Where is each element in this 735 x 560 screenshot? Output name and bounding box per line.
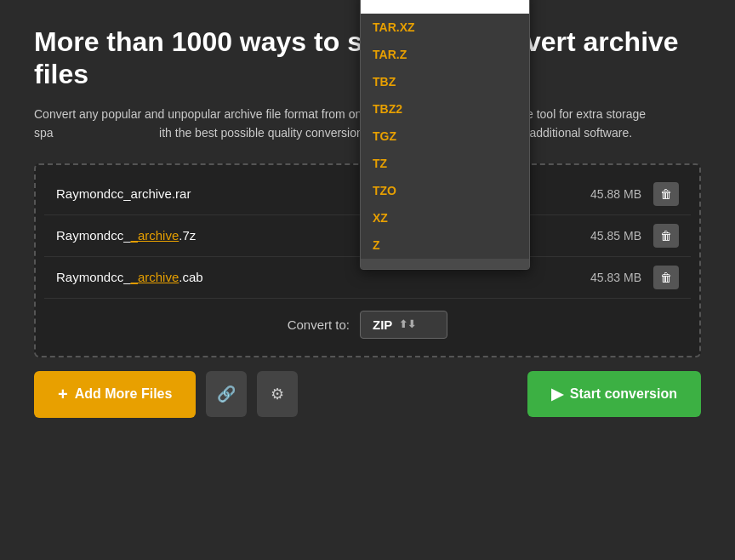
dropdown-item-tbz2[interactable]: TBZ2 xyxy=(361,95,529,123)
dropdown-item-xz[interactable]: XZ xyxy=(361,204,529,231)
convert-select-display[interactable]: ZIP ⬆⬇ xyxy=(360,311,447,339)
start-label: Start conversion xyxy=(570,386,677,402)
cursor-icon: ☞ xyxy=(401,266,416,269)
format-dropdown[interactable]: TAR.XZ TAR.Z TBZ TBZ2 TGZ TZ TZO XZ Z ZI… xyxy=(360,0,530,270)
file-list-container: Raymondcc_archive.rar 45.88 MB 🗑 Raymond… xyxy=(34,163,701,357)
plus-icon: + xyxy=(58,385,68,404)
play-icon: ▶ xyxy=(551,385,563,403)
dropdown-item-zip[interactable]: ZIP ☞ xyxy=(361,259,529,269)
file-name: Raymondcc__archive.7z xyxy=(56,228,196,243)
description-highlight xyxy=(56,126,156,140)
selected-format: ZIP xyxy=(373,317,392,332)
bottom-toolbar: + Add More Files 🔗 ⚙ ▶ Start conversion xyxy=(34,371,701,418)
dropdown-item-z[interactable]: Z xyxy=(361,231,529,259)
chevron-down-icon: ⬆⬇ xyxy=(399,318,416,330)
dropdown-item-tar-z[interactable]: TAR.Z xyxy=(361,41,529,68)
dropdown-list: TAR.XZ TAR.Z TBZ TBZ2 TGZ TZ TZO XZ Z ZI… xyxy=(361,14,529,269)
file-right: 45.88 MB 🗑 xyxy=(590,182,679,206)
file-size: 45.85 MB xyxy=(590,229,641,243)
settings-button[interactable]: ⚙ xyxy=(257,371,298,417)
link-icon: 🔗 xyxy=(217,385,236,403)
page-description: Convert any popular and unpopular archiv… xyxy=(34,105,647,143)
dropdown-item-tgz[interactable]: TGZ xyxy=(361,123,529,150)
start-conversion-button[interactable]: ▶ Start conversion xyxy=(527,371,701,417)
gear-icon: ⚙ xyxy=(271,385,284,403)
add-more-files-button[interactable]: + Add More Files xyxy=(34,371,196,418)
delete-file-button[interactable]: 🗑 xyxy=(653,266,679,289)
dropdown-search-input[interactable] xyxy=(361,0,529,14)
file-link[interactable]: _archive xyxy=(131,228,179,243)
link-button[interactable]: 🔗 xyxy=(206,371,247,417)
file-right: 45.85 MB 🗑 xyxy=(590,224,679,248)
file-right: 45.83 MB 🗑 xyxy=(590,266,679,289)
file-size: 45.83 MB xyxy=(590,271,641,284)
delete-file-button[interactable]: 🗑 xyxy=(653,224,679,248)
convert-to-label: Convert to: xyxy=(288,317,350,332)
dropdown-item-tar-xz[interactable]: TAR.XZ xyxy=(361,14,529,41)
file-name: Raymondcc_archive.rar xyxy=(56,186,191,201)
file-link[interactable]: _archive xyxy=(131,270,179,284)
file-name: Raymondcc__archive.cab xyxy=(56,270,203,284)
convert-select-wrapper[interactable]: TAR.XZ TAR.Z TBZ TBZ2 TGZ TZ TZO XZ Z ZI… xyxy=(360,311,447,339)
convert-to-row: Convert to: TAR.XZ TAR.Z TBZ TBZ2 TGZ TZ… xyxy=(44,299,691,347)
delete-file-button[interactable]: 🗑 xyxy=(653,182,679,206)
dropdown-item-tzo[interactable]: TZO xyxy=(361,177,529,204)
file-size: 45.88 MB xyxy=(590,187,641,201)
add-files-label: Add More Files xyxy=(75,386,173,402)
dropdown-item-tbz[interactable]: TBZ xyxy=(361,68,529,95)
dropdown-item-tz[interactable]: TZ xyxy=(361,150,529,177)
